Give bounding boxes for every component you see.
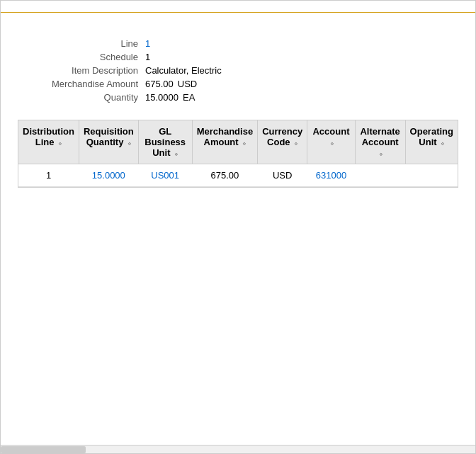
- info-row: Schedule1: [18, 52, 458, 62]
- sort-icon: ⬦: [174, 150, 178, 157]
- info-label: Line: [18, 38, 145, 49]
- grid-header: DistributionLine ⬦ RequisitionQuantity ⬦…: [18, 120, 458, 164]
- table-cell: [355, 164, 405, 187]
- info-row: Line1: [18, 38, 458, 49]
- distribution-grid: DistributionLine ⬦ RequisitionQuantity ⬦…: [18, 120, 458, 187]
- sort-icon: ⬦: [128, 140, 131, 147]
- info-row: Quantity15.0000EA: [18, 92, 458, 103]
- table-cell[interactable]: 631000: [307, 164, 356, 187]
- dialog-header: [1, 1, 475, 13]
- info-label: Item Description: [18, 65, 145, 76]
- col-requisition-quantity[interactable]: RequisitionQuantity ⬦: [79, 120, 138, 164]
- sort-icon: ⬦: [330, 140, 334, 147]
- table-cell: [405, 164, 458, 187]
- info-value-text: Calculator, Electric: [145, 65, 222, 76]
- dialog-body: Line1Schedule1Item DescriptionCalculator…: [1, 13, 475, 445]
- col-account[interactable]: Account ⬦: [307, 120, 356, 164]
- col-operating-unit[interactable]: OperatingUnit ⬦: [405, 120, 458, 164]
- table-cell: 675.00: [192, 164, 257, 187]
- grid-body: 115.0000US001675.00USD631000: [18, 164, 458, 187]
- sort-icon: ⬦: [242, 140, 246, 147]
- scrollbar-area[interactable]: [1, 445, 475, 453]
- info-value-text: 675.00: [145, 79, 174, 89]
- info-value: 1: [145, 38, 150, 49]
- table-cell: USD: [258, 164, 307, 187]
- info-label: Merchandise Amount: [18, 79, 145, 89]
- col-merchandise-amount[interactable]: MerchandiseAmount ⬦: [192, 120, 257, 164]
- info-label: Schedule: [18, 52, 145, 62]
- info-value-text: 1: [145, 52, 150, 62]
- info-row: Merchandise Amount675.00USD: [18, 79, 458, 89]
- table-row: 115.0000US001675.00USD631000: [18, 164, 458, 187]
- info-row: Item DescriptionCalculator, Electric: [18, 65, 458, 76]
- info-value: 1: [145, 52, 150, 62]
- col-distribution-line[interactable]: DistributionLine ⬦: [18, 120, 79, 164]
- info-value-text[interactable]: 1: [145, 38, 150, 49]
- scrollbar-thumb[interactable]: [1, 446, 86, 453]
- table-cell: 1: [18, 164, 79, 187]
- table-cell[interactable]: US001: [138, 164, 192, 187]
- info-label: Quantity: [18, 92, 145, 103]
- info-unit: USD: [178, 79, 197, 89]
- table-cell[interactable]: 15.0000: [79, 164, 138, 187]
- col-gl-business-unit[interactable]: GL BusinessUnit ⬦: [138, 120, 192, 164]
- sort-icon: ⬦: [379, 150, 382, 157]
- distributions-dialog: Line1Schedule1Item DescriptionCalculator…: [0, 0, 476, 454]
- info-unit: EA: [183, 92, 195, 103]
- info-value: 15.0000EA: [145, 92, 195, 103]
- col-currency-code[interactable]: CurrencyCode ⬦: [258, 120, 307, 164]
- sort-icon: ⬦: [441, 140, 444, 147]
- sort-icon: ⬦: [58, 140, 62, 147]
- info-table: Line1Schedule1Item DescriptionCalculator…: [18, 38, 458, 103]
- grid-container: DistributionLine ⬦ RequisitionQuantity ⬦…: [18, 120, 458, 188]
- info-value: Calculator, Electric: [145, 65, 222, 76]
- col-alternate-account[interactable]: AlternateAccount ⬦: [355, 120, 405, 164]
- info-value: 675.00USD: [145, 79, 197, 89]
- sort-icon: ⬦: [294, 140, 298, 147]
- info-value-text: 15.0000: [145, 92, 178, 103]
